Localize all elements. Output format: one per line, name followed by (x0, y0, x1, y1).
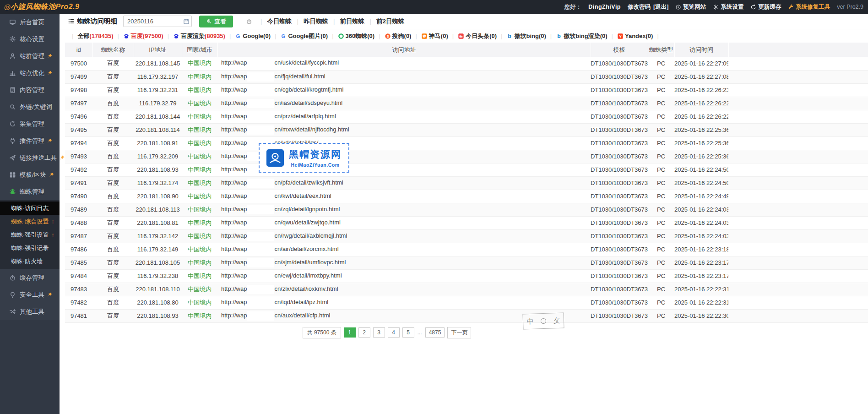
cell-id: 97492 (65, 163, 92, 176)
filter-tab[interactable]: S 搜狗 0 (374, 32, 411, 40)
sidebar-subitem[interactable]: 蜘蛛·防火墙 (0, 255, 60, 268)
cell-ip: 220.181.108.90 (134, 190, 182, 203)
date-input[interactable] (123, 16, 192, 27)
cell-visit-time: 2025-01-16 22:24:03 (674, 229, 728, 243)
cell-spider-type: PC (648, 57, 674, 70)
table-row: 97490 百度 220.181.108.90 中国境内 http://wapc… (65, 190, 868, 203)
cell-spider-name: 百度 (92, 83, 134, 97)
quick-link[interactable]: 今日蜘蛛 (255, 17, 292, 26)
sidebar-item[interactable]: 站点优化 (0, 65, 60, 82)
topbar-link-label: 系统设置 (721, 3, 743, 11)
sidebar-subitem[interactable]: 蜘蛛·强引记录 (0, 241, 60, 255)
sidebar-item[interactable]: 蜘蛛管理 (0, 183, 60, 200)
sidebar-item-label: 外链/关键词 (20, 103, 52, 111)
quick-link[interactable]: 昨日蜘蛛 (292, 17, 329, 26)
url-path: cn/air/detail/zorcmx.html (274, 245, 338, 252)
sidebar-item[interactable]: 其他工具 (0, 303, 60, 320)
sidebar-item[interactable]: 插件管理 (0, 132, 60, 149)
sidebar-item[interactable]: 后台首页 (0, 14, 60, 31)
url-prefix: http://wap (221, 73, 247, 80)
filter-tab[interactable]: Y Yandex 0 (608, 33, 659, 39)
topbar-link[interactable]: 系统设置 (713, 3, 743, 11)
cell-id: 97489 (65, 203, 92, 216)
page-button[interactable]: 5 (402, 327, 414, 338)
cell-region: 中国境内 (182, 283, 217, 296)
sidebar-item[interactable]: 采集管理 (0, 115, 60, 132)
filter-tab[interactable]: 神 神马 0 (411, 32, 448, 40)
cell-visit-time: 2025-01-16 22:24:03 (674, 203, 728, 216)
last-page-button[interactable]: 4875 (425, 327, 445, 338)
cell-spider-type: PC (648, 203, 674, 216)
filter-tab[interactable]: 百度渲染 80935 (163, 32, 225, 40)
next-page-button[interactable]: 下一页 (447, 327, 471, 338)
table-row: 97492 百度 220.181.108.93 中国境内 http://wapc… (65, 163, 868, 176)
change-password-link[interactable]: 修改密码 (628, 3, 651, 11)
page-button[interactable]: 4 (388, 327, 400, 338)
filter-tab[interactable]: 360蜘蛛 0 (328, 32, 374, 40)
filter-tab[interactable]: 头 今日头条 0 (448, 32, 497, 40)
cell-spider-name: 百度 (92, 110, 134, 123)
sidebar-item[interactable]: 模板/区块 (0, 166, 60, 183)
cell-spider-type: PC (648, 150, 674, 163)
cell-id: 97488 (65, 216, 92, 229)
chart-icon (9, 70, 16, 76)
seal-stamp: 中 攵 (522, 312, 564, 329)
topbar-link[interactable]: 系统修复工具 (788, 3, 830, 11)
cell-id: 97499 (65, 70, 92, 83)
sidebar-item[interactable]: 安全工具 (0, 286, 60, 303)
logout-link[interactable]: [退出] (653, 3, 668, 11)
cell-ip: 220.181.108.144 (134, 110, 182, 123)
quick-link[interactable]: 前日蜘蛛 (328, 17, 365, 26)
svg-text:S: S (386, 34, 389, 38)
filter-tab[interactable]: G Google图片 0 (271, 32, 328, 40)
up-arrow-icon: ↑ (51, 231, 54, 238)
sidebar-item[interactable]: 外链/关键词 (0, 98, 60, 115)
cell-ip: 220.181.108.114 (134, 123, 182, 136)
censored-domain-box (247, 232, 274, 241)
cell-ip: 116.179.32.197 (134, 70, 182, 83)
sidebar-item[interactable]: 内容管理 (0, 82, 60, 98)
url-path: cn/mxw/detail/njftocdhg.html (274, 126, 349, 133)
sidebar-subitem[interactable]: 蜘蛛·访问日志 (0, 202, 60, 215)
col-header-url: 访问地址 (217, 43, 591, 57)
filter-tab[interactable]: b 微软bing 0 (497, 32, 546, 40)
sogou-icon: S (385, 33, 391, 39)
quick-link[interactable]: 前2日蜘蛛 (365, 17, 405, 26)
sidebar-subitem[interactable]: 蜘蛛·强引设置 ↑ (0, 228, 60, 241)
col-header-time: 访问时间 (674, 43, 728, 57)
page-button[interactable]: 1 (344, 327, 356, 338)
sidebar-item[interactable]: 缓存管理 (0, 269, 60, 286)
cell-region: 中国境内 (182, 70, 217, 83)
watermark-title: 黑帽资源网 (289, 148, 342, 161)
filter-tab[interactable]: b 微软bing渲染 0 (546, 32, 608, 40)
url-prefix: http://wap (221, 285, 247, 292)
topbar-link[interactable]: 更新缓存 (750, 3, 781, 11)
sidebar-subitem[interactable]: 蜘蛛·综合设置 ↑ (0, 215, 60, 228)
cell-url: http://wapcn/ias/detail/sdspeyu.html (217, 97, 591, 110)
shenma-icon: 神 (421, 33, 428, 39)
page-button[interactable]: 3 (373, 327, 385, 338)
url-path: cn/zlx/detail/ioxkmv.html (274, 285, 338, 292)
sidebar-item[interactable]: 站群管理 (0, 48, 60, 65)
spider-filter-bar: 全部 178435 百度 97500 百度渲染 80935 G Google 0… (60, 29, 868, 43)
url-path: cn/pfa/detail/zwiksjvft.html (274, 179, 343, 186)
cell-template: DT1030/1030DT3673 (591, 136, 648, 150)
cell-ip: 220.181.108.81 (134, 216, 182, 229)
sidebar-item[interactable]: 链接推送工具 (0, 149, 60, 166)
cell-url: http://wapcn/kwf/detail/eex.html (217, 190, 591, 203)
sidebar-item[interactable]: 核心设置 (0, 31, 60, 48)
cell-visit-time: 2025-01-16 22:24:50 (674, 163, 728, 176)
sidebar-item-label: 内容管理 (20, 86, 44, 94)
sidebar-item-label: 站点优化 (20, 69, 44, 77)
topbar-link[interactable]: 预览网站 (675, 3, 706, 11)
cell-region: 中国境内 (182, 229, 217, 243)
filter-tab[interactable]: 百度 97500 (113, 32, 163, 40)
filter-tab[interactable]: 全部 178435 (68, 32, 113, 40)
view-button[interactable]: 查看 (199, 16, 233, 27)
url-prefix: http://wap (221, 245, 247, 252)
cell-filler (728, 296, 868, 309)
filter-tab[interactable]: G Google 0 (225, 33, 271, 39)
watermark-subtitle: HeiMaoZiYuan.Com (291, 162, 339, 168)
page-button[interactable]: 2 (358, 327, 370, 338)
table-row: 97498 百度 116.179.32.231 中国境内 http://wapc… (65, 83, 868, 97)
